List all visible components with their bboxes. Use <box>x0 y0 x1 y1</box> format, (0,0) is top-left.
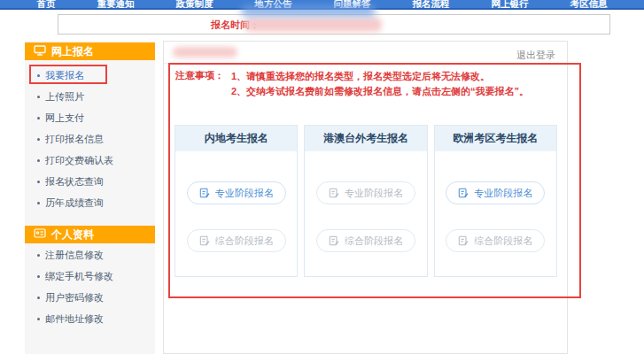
nav-item-online-banking[interactable]: 网上银行 <box>492 0 529 7</box>
monitor-icon <box>34 45 46 58</box>
nav-item-registration-process[interactable]: 报名流程 <box>413 0 450 7</box>
nav-item-policies[interactable]: 政策制度 <box>176 0 213 7</box>
id-card-icon <box>34 228 46 241</box>
header-divider <box>164 63 567 64</box>
sidebar-item-online-payment[interactable]: 网上支付 <box>25 107 155 128</box>
sidebar-item-label: 打印交费确认表 <box>45 154 113 167</box>
bullet-icon <box>37 296 40 299</box>
sidebar-item-label: 用户密码修改 <box>45 291 104 304</box>
sidebar-item-modify-registration-info[interactable]: 注册信息修改 <box>25 244 155 266</box>
sidebar-item-modify-password[interactable]: 用户密码修改 <box>25 287 155 308</box>
panel-title-hk-macao-taiwan-foreign: 港澳台外考生报名 <box>305 126 426 151</box>
nav-item-local-announcements[interactable]: 地方公告 <box>255 0 292 7</box>
notice-lines: 1、请慎重选择您的报名类型，报名类型选定后将无法修改。 2、交纳考试报名费前如需… <box>231 69 529 99</box>
sidebar-items-personal-info: 注册信息修改 绑定手机号修改 用户密码修改 邮件地址修改 <box>25 244 155 329</box>
bullet-icon <box>37 275 40 278</box>
redacted-registration-dates <box>244 18 382 32</box>
button-label: 综合阶段报名 <box>474 235 532 248</box>
nav-item-faq[interactable]: 问题解答 <box>334 0 371 7</box>
sidebar-item-label: 邮件地址修改 <box>45 312 104 326</box>
edit-doc-icon <box>458 235 469 246</box>
button-mainland-comprehensive-stage[interactable]: 综合阶段报名 <box>187 229 286 252</box>
bullet-icon <box>37 117 40 119</box>
bullet-icon <box>37 254 40 257</box>
sidebar-item-modify-bound-phone[interactable]: 绑定手机号修改 <box>25 266 155 287</box>
registration-time-banner: 报名时间： <box>58 14 610 35</box>
button-europe-professional-stage[interactable]: 专业阶段报名 <box>446 181 545 204</box>
sidebar-section-online-registration: 网上报名 <box>25 42 155 60</box>
button-label: 综合阶段报名 <box>215 235 274 248</box>
button-label: 专业阶段报名 <box>215 187 274 200</box>
button-label: 专业阶段报名 <box>474 187 532 200</box>
sidebar: 网上报名 我要报名 上传照片 网上支付 打印报名信息 打印交费确认表 报名状态查… <box>25 41 155 354</box>
edit-doc-icon <box>329 188 339 198</box>
sidebar-item-past-scores-query[interactable]: 历年成绩查询 <box>25 192 155 213</box>
sidebar-item-print-registration-info[interactable]: 打印报名信息 <box>25 128 155 150</box>
edit-doc-icon <box>199 235 210 246</box>
sidebar-section-personal-info: 个人资料 <box>25 226 155 243</box>
sidebar-item-label: 历年成绩查询 <box>45 196 104 210</box>
nav-item-home[interactable]: 首页 <box>37 0 56 7</box>
button-label: 综合阶段报名 <box>345 235 403 248</box>
panel-title-mainland: 内地考生报名 <box>175 126 297 151</box>
bullet-icon <box>37 202 40 204</box>
sidebar-item-i-want-to-register[interactable]: 我要报名 <box>25 65 155 86</box>
edit-doc-icon <box>329 235 339 246</box>
bullet-icon <box>37 138 40 141</box>
sidebar-item-modify-email[interactable]: 邮件地址修改 <box>25 308 155 329</box>
panel-hk-macao-taiwan-foreign-candidates: 港澳台外考生报名 专业阶段报名 <box>304 125 427 277</box>
panel-title-european: 欧洲考区考生报名 <box>435 126 556 151</box>
bullet-icon <box>37 181 40 183</box>
button-label: 专业阶段报名 <box>345 187 403 200</box>
sidebar-item-upload-photo[interactable]: 上传照片 <box>25 86 155 107</box>
sidebar-item-print-payment-confirmation[interactable]: 打印交费确认表 <box>25 150 155 171</box>
sidebar-section-title: 个人资料 <box>51 227 94 242</box>
sidebar-item-label: 上传照片 <box>45 90 84 104</box>
sidebar-item-label: 网上支付 <box>45 112 84 125</box>
bullet-icon <box>37 96 40 98</box>
sidebar-item-label: 报名状态查询 <box>45 175 104 189</box>
panel-mainland-candidates: 内地考生报名 专业阶段报名 <box>175 125 298 277</box>
bullet-icon <box>37 159 40 162</box>
notice-line-1: 1、请慎重选择您的报名类型，报名类型选定后将无法修改。 <box>231 69 529 84</box>
sidebar-item-label: 绑定手机号修改 <box>45 270 113 283</box>
sidebar-item-label: 我要报名 <box>45 69 84 82</box>
sidebar-item-registration-status-query[interactable]: 报名状态查询 <box>25 171 155 192</box>
edit-doc-icon <box>199 188 210 198</box>
sidebar-item-label: 打印报名信息 <box>45 133 104 146</box>
sidebar-section-title: 网上报名 <box>51 44 94 59</box>
redacted-username <box>173 47 237 58</box>
sidebar-item-label: 注册信息修改 <box>45 249 104 262</box>
button-mainland-professional-stage[interactable]: 专业阶段报名 <box>187 181 286 204</box>
page: 首页 重要通知 政策制度 地方公告 问题解答 报名流程 网上银行 考区信息 报名… <box>0 0 644 354</box>
main-content: 退出登录 注意事项： 1、请慎重选择您的报名类型，报名类型选定后将无法修改。 2… <box>163 41 568 354</box>
button-hmtf-comprehensive-stage[interactable]: 综合阶段报名 <box>316 229 415 252</box>
nav-item-exam-area-info[interactable]: 考区信息 <box>570 0 608 7</box>
nav-item-important-notices[interactable]: 重要通知 <box>97 0 135 7</box>
top-nav: 首页 重要通知 政策制度 地方公告 问题解答 报名流程 网上银行 考区信息 <box>0 0 644 10</box>
notice-label: 注意事项： <box>175 69 231 99</box>
edit-doc-icon <box>458 188 469 198</box>
bullet-icon <box>37 318 40 320</box>
panel-european-exam-area-candidates: 欧洲考区考生报名 专业阶段报名 <box>434 125 557 277</box>
sidebar-items-online-registration: 我要报名 上传照片 网上支付 打印报名信息 打印交费确认表 报名状态查询 历年成… <box>25 65 155 213</box>
notice-line-2: 2、交纳考试报名费前如需修改报名信息，请点击左侧的“我要报名”。 <box>231 84 529 99</box>
button-hmtf-professional-stage[interactable]: 专业阶段报名 <box>316 181 415 204</box>
notice-text: 注意事项： 1、请慎重选择您的报名类型，报名类型选定后将无法修改。 2、交纳考试… <box>175 69 529 99</box>
button-europe-comprehensive-stage[interactable]: 综合阶段报名 <box>446 229 545 252</box>
registration-panels: 内地考生报名 专业阶段报名 <box>175 125 557 277</box>
logout-link[interactable]: 退出登录 <box>516 49 555 62</box>
registration-time-label: 报名时间： <box>211 19 260 32</box>
bullet-icon <box>37 74 40 77</box>
